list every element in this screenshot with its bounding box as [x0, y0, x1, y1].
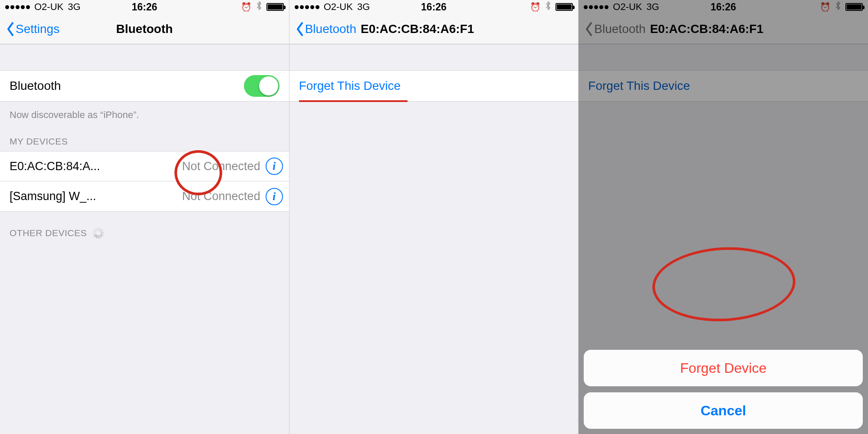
- forget-device-button[interactable]: Forget Device: [584, 350, 863, 386]
- device-status: Not Connected: [182, 190, 266, 203]
- back-button[interactable]: Settings: [6, 22, 59, 36]
- battery-icon: [556, 3, 573, 11]
- network-label: 3G: [357, 1, 370, 13]
- bluetooth-toggle-row[interactable]: Bluetooth: [0, 70, 289, 102]
- nav-bar: Bluetooth E0:AC:CB:84:A6:F1: [289, 14, 579, 44]
- bluetooth-toggle-label: Bluetooth: [10, 79, 61, 93]
- carrier-label: O2-UK: [34, 1, 63, 13]
- bluetooth-icon: [256, 1, 262, 13]
- bluetooth-toggle[interactable]: [244, 75, 279, 97]
- nav-title: E0:AC:CB:84:A6:F1: [361, 22, 474, 36]
- alarm-icon: ⏰: [530, 2, 541, 12]
- signal-dots-icon: [295, 5, 319, 9]
- pane-forget-confirmation: O2-UK 3G 16:26 ⏰ Bluetooth E0:AC:CB:84: [579, 0, 868, 434]
- my-devices-header: MY DEVICES: [0, 121, 289, 151]
- status-bar: O2-UK 3G 16:26 ⏰: [289, 0, 579, 14]
- device-name: E0:AC:CB:84:A...: [10, 160, 100, 173]
- device-row[interactable]: E0:AC:CB:84:A... Not Connected i: [0, 151, 289, 181]
- pane-device-detail: O2-UK 3G 16:26 ⏰ Bluetooth E0:AC:CB:84:A…: [289, 0, 579, 434]
- alarm-icon: ⏰: [241, 2, 252, 12]
- carrier-label: O2-UK: [324, 1, 353, 13]
- bluetooth-icon: [545, 1, 551, 13]
- battery-icon: [266, 3, 284, 11]
- network-label: 3G: [68, 1, 80, 13]
- device-status: Not Connected: [182, 160, 266, 173]
- pane-bluetooth-settings: O2-UK 3G 16:26 ⏰ Settings Bluetooth Blue…: [0, 0, 289, 434]
- device-info-button[interactable]: i: [266, 188, 283, 205]
- signal-dots-icon: [5, 5, 30, 9]
- cancel-button[interactable]: Cancel: [584, 392, 863, 429]
- other-devices-header: OTHER DEVICES: [0, 212, 289, 243]
- chevron-left-icon: [6, 22, 15, 36]
- nav-title: Bluetooth: [116, 22, 173, 36]
- nav-bar: Settings Bluetooth: [0, 14, 289, 44]
- chevron-left-icon: [296, 22, 304, 36]
- device-row[interactable]: [Samsung] W_... Not Connected i: [0, 181, 289, 212]
- clock-label: 16:26: [421, 1, 447, 13]
- clock-label: 16:26: [132, 1, 157, 13]
- action-sheet: Forget Device Cancel: [584, 344, 863, 429]
- back-label: Bluetooth: [305, 22, 356, 36]
- back-label: Settings: [16, 22, 59, 36]
- discoverable-note: Now discoverable as “iPhone”.: [0, 102, 289, 121]
- forget-device-label: Forget This Device: [299, 79, 401, 93]
- back-button[interactable]: Bluetooth: [296, 22, 356, 36]
- status-bar: O2-UK 3G 16:26 ⏰: [0, 0, 289, 14]
- forget-device-row[interactable]: Forget This Device: [289, 70, 579, 102]
- device-info-button[interactable]: i: [266, 158, 283, 175]
- spinner-icon: [92, 227, 103, 239]
- device-name: [Samsung] W_...: [10, 190, 96, 203]
